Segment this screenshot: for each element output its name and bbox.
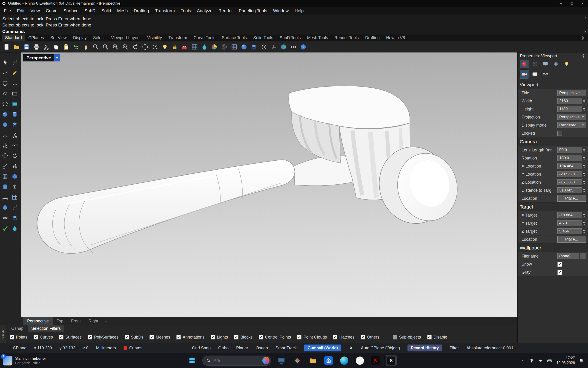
menu-window[interactable]: Window: [270, 7, 292, 15]
lens-length-mr-field[interactable]: 50.0: [557, 147, 582, 153]
filter-checkbox-blocks[interactable]: ✓: [234, 335, 239, 340]
x-location-stepper[interactable]: [582, 163, 586, 169]
y-location-stepper[interactable]: [582, 171, 586, 177]
stepper-up-icon[interactable]: [583, 230, 585, 231]
z-location-field[interactable]: -151.388: [557, 179, 582, 185]
pan-icon[interactable]: [82, 43, 90, 51]
toolbar-tab-curve-tools[interactable]: Curve Tools: [190, 35, 219, 41]
display-icon[interactable]: [541, 60, 550, 68]
filter-checkbox-points[interactable]: ✓: [10, 335, 14, 340]
stepper-up-icon[interactable]: [583, 188, 585, 190]
status-millimeters[interactable]: Millimeters: [96, 346, 116, 350]
viewport-tab-add[interactable]: +: [102, 317, 110, 325]
file-explorer-icon[interactable]: [308, 355, 318, 366]
stepper-up-icon[interactable]: [583, 164, 585, 166]
toolbar-tab-solid-tools[interactable]: Solid Tools: [250, 35, 276, 41]
paste-icon[interactable]: [62, 43, 70, 51]
x-location-field[interactable]: 104.464: [557, 163, 582, 169]
stepper-down-icon[interactable]: [583, 183, 585, 184]
mirror-icon[interactable]: [10, 162, 19, 170]
hidden-icons-chevron[interactable]: [520, 358, 525, 363]
undo-icon[interactable]: [72, 43, 80, 51]
gumball-icon[interactable]: [270, 43, 277, 51]
toolbar-gear-icon[interactable]: [580, 35, 585, 41]
panel-tab-selection-filters[interactable]: Selection Filters: [28, 325, 64, 332]
menu-solid[interactable]: Solid: [98, 7, 114, 15]
circle-icon[interactable]: [1, 79, 9, 87]
menu-transform[interactable]: Transform: [152, 7, 178, 15]
panel-side-label[interactable]: Selectio...: [0, 325, 6, 343]
zoom-extents-icon[interactable]: [112, 43, 119, 51]
options-icon[interactable]: [260, 43, 268, 51]
panel-gear-icon[interactable]: [581, 54, 586, 58]
x-target-stepper[interactable]: [582, 212, 586, 218]
text-icon[interactable]: T: [10, 183, 19, 191]
new-file-icon[interactable]: [3, 43, 10, 51]
rotation-field[interactable]: 180.0: [557, 155, 582, 161]
z-target-stepper[interactable]: [582, 228, 586, 234]
layer-indicator[interactable]: Curves: [124, 346, 142, 350]
zoom-dynamic-icon[interactable]: [92, 43, 99, 51]
stepper-up-icon[interactable]: [583, 213, 585, 215]
sketch-icon[interactable]: [10, 69, 19, 77]
array-icon[interactable]: [1, 173, 9, 180]
filter-curves[interactable]: ✓Curves: [34, 335, 53, 340]
viewport-icon[interactable]: [531, 70, 539, 78]
viewport-tab-front[interactable]: Front: [67, 317, 85, 325]
stepper-down-icon[interactable]: [583, 232, 585, 233]
filter-checkbox-lights[interactable]: ✓: [211, 335, 215, 340]
menu-paneling-tools[interactable]: Paneling Tools: [236, 7, 270, 15]
filter-blocks[interactable]: ✓Blocks: [234, 335, 252, 340]
toolbar-tab-drafting[interactable]: Drafting: [362, 35, 383, 41]
viewport-menu-caret[interactable]: [54, 54, 60, 61]
filter-points[interactable]: ✓Points: [10, 335, 27, 340]
material-drop-icon[interactable]: [201, 43, 208, 51]
toolbar-tab-new-in-v8[interactable]: New in V8: [383, 35, 408, 41]
filter-sub-objects[interactable]: Sub-objects: [393, 335, 421, 340]
maximize-button[interactable]: □: [566, 0, 577, 7]
stepper-down-icon[interactable]: [583, 224, 585, 225]
news-widget[interactable]: 3 Sizin için haberler Sarıgöl'de İstikla…: [3, 356, 72, 366]
filter-checkbox-polysurfaces[interactable]: ✓: [88, 335, 92, 340]
cut-icon[interactable]: [42, 43, 50, 51]
stepper-up-icon[interactable]: [583, 148, 585, 150]
display-mode-dropdown[interactable]: Rendered: [557, 122, 586, 128]
toolbar-tab-subd-tools[interactable]: SubD Tools: [276, 35, 304, 41]
rotation-stepper[interactable]: [582, 155, 586, 161]
filter-checkbox-annotations[interactable]: ✓: [176, 335, 181, 340]
control-point-curve-icon[interactable]: [1, 69, 9, 77]
title-field[interactable]: Perspective: [557, 90, 586, 96]
polyline-icon[interactable]: [1, 90, 9, 97]
stepper-down-icon[interactable]: [583, 167, 585, 168]
surface-tools-icon[interactable]: [10, 121, 19, 129]
check-icon[interactable]: [1, 224, 9, 232]
menu-edit[interactable]: Edit: [14, 7, 27, 15]
notes-icon[interactable]: [562, 60, 571, 68]
lens-length-mr-stepper[interactable]: [582, 147, 586, 153]
chatgpt-icon[interactable]: [355, 355, 365, 366]
zoom-selected-icon[interactable]: [121, 43, 129, 51]
filter-lights[interactable]: ✓Lights: [211, 335, 228, 340]
toolbar-tab-transform[interactable]: Transform: [165, 35, 190, 41]
object-snap-icon[interactable]: [151, 43, 159, 51]
stepper-up-icon[interactable]: [583, 180, 585, 182]
filter-annotations[interactable]: ✓Annotations: [176, 335, 205, 340]
status-ortho[interactable]: Ortho: [218, 346, 229, 350]
taskbar-search[interactable]: [202, 356, 271, 366]
render-preview-icon[interactable]: [191, 43, 198, 51]
lock-icon[interactable]: [171, 43, 179, 51]
render-icon[interactable]: [181, 43, 188, 51]
copilot-icon[interactable]: [262, 357, 269, 364]
dark-sphere-icon[interactable]: [220, 43, 228, 51]
toolbar-tab-surface-tools[interactable]: Surface Tools: [218, 35, 250, 41]
x-target-field[interactable]: -18.864: [557, 212, 582, 218]
filter-point-clouds[interactable]: ✓Point Clouds: [297, 335, 327, 340]
toolbar-tab-cplanes[interactable]: CPlanes: [25, 35, 47, 41]
status-osnap[interactable]: Osnap: [256, 346, 268, 350]
block-icon[interactable]: [1, 204, 9, 211]
menu-file[interactable]: File: [1, 7, 14, 15]
lights-icon[interactable]: [161, 43, 169, 51]
distance-to-targ-field[interactable]: 313.685: [557, 187, 582, 193]
paint-icon[interactable]: [10, 224, 19, 232]
command-prompt[interactable]: Command:: [2, 28, 582, 35]
